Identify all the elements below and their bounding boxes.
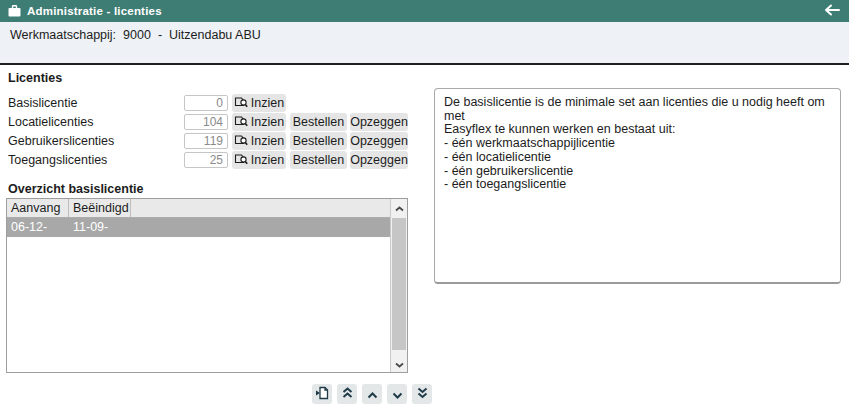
locatielicenties-label: Locatielicenties: [8, 113, 93, 131]
overzicht-section-title: Overzicht basislicentie: [8, 182, 143, 196]
table-row[interactable]: 06-12-2010 11-09-2011: [7, 218, 390, 237]
werkmaatschappij-name: Uitzendabu ABU: [169, 28, 261, 42]
werkmaatschappij-label: Werkmaatschappij:: [10, 28, 116, 42]
info-line: - één gebruikerslicentie: [444, 165, 831, 179]
column-header-aanvang: Aanvang: [7, 199, 69, 217]
basislicentie-label: Basislicentie: [8, 94, 77, 112]
page-title: Administratie - licenties: [27, 5, 162, 17]
goto-record-icon: [315, 386, 329, 403]
cell-beeindigd: 11-09-2011: [69, 218, 131, 237]
briefcase-icon: [8, 5, 21, 17]
basislicentie-table: Aanvang Beëindigd 06-12-2010 11-09-2011: [6, 198, 408, 373]
table-scrollbar[interactable]: [390, 199, 407, 372]
previous-record-button[interactable]: [362, 384, 382, 404]
separator: -: [158, 28, 162, 42]
info-line: De basislicentie is de minimale set aan …: [444, 96, 831, 123]
info-line: Easyflex te kunnen werken en bestaat uit…: [444, 123, 831, 137]
first-record-button[interactable]: [337, 384, 357, 404]
scroll-down-button[interactable]: [391, 355, 407, 372]
toegangslicenties-count-input[interactable]: [184, 152, 228, 168]
basislicentie-info-panel: De basislicentie is de minimale set aan …: [434, 88, 841, 284]
werkmaatschappij-info: Werkmaatschappij: 9000 - Uitzendabu ABU: [10, 28, 261, 42]
licenties-section-title: Licenties: [8, 71, 62, 85]
locatielicenties-opzeggen-button[interactable]: Opzeggen: [350, 113, 408, 131]
context-bar: Werkmaatschappij: 9000 - Uitzendabu ABU: [0, 22, 849, 65]
magnifier-document-icon: [234, 95, 248, 111]
magnifier-document-icon: [234, 133, 248, 149]
license-row-gebruikerslicenties: Gebruikerslicenties Inzien Bestellen Opz…: [0, 132, 420, 150]
locatielicenties-bestellen-button[interactable]: Bestellen: [290, 113, 347, 131]
gebruikerslicenties-opzeggen-button[interactable]: Opzeggen: [350, 132, 408, 150]
werkmaatschappij-number: 9000: [123, 28, 151, 42]
gebruikerslicenties-count-input[interactable]: [184, 133, 228, 149]
chevron-up-icon: [395, 200, 404, 215]
info-line: - één toegangslicentie: [444, 178, 831, 192]
magnifier-document-icon: [234, 114, 248, 130]
inzien-label: Inzien: [251, 115, 284, 129]
inzien-label: Inzien: [251, 134, 284, 148]
toegangslicenties-opzeggen-button[interactable]: Opzeggen: [350, 151, 408, 169]
gebruikerslicenties-bestellen-button[interactable]: Bestellen: [290, 132, 347, 150]
last-record-icon: [417, 387, 428, 402]
record-navigation-bar: [312, 384, 432, 404]
column-header-beeindigd: Beëindigd: [69, 199, 131, 217]
cell-filler: [131, 218, 390, 237]
last-record-button[interactable]: [412, 384, 432, 404]
locatielicenties-inzien-button[interactable]: Inzien: [232, 113, 286, 131]
administratie-licenties-window: Administratie - licenties Werkmaatschapp…: [0, 0, 849, 408]
title-bar: Administratie - licenties: [0, 0, 849, 22]
goto-record-button[interactable]: [312, 384, 332, 404]
magnifier-document-icon: [234, 152, 248, 168]
chevron-down-icon: [395, 356, 404, 371]
license-row-basislicentie: Basislicentie Inzien: [0, 94, 420, 112]
toegangslicenties-label: Toegangslicenties: [8, 151, 107, 169]
column-header-filler: [131, 199, 390, 217]
scroll-up-button[interactable]: [391, 199, 407, 216]
table-content: Aanvang Beëindigd 06-12-2010 11-09-2011: [7, 199, 390, 372]
table-header-row: Aanvang Beëindigd: [7, 199, 390, 218]
info-line: - één werkmaatschappijlicentie: [444, 137, 831, 151]
basislicentie-inzien-button[interactable]: Inzien: [232, 94, 286, 112]
arrow-left-icon: [824, 4, 840, 19]
first-record-icon: [342, 387, 353, 402]
license-row-locatielicenties: Locatielicenties Inzien Bestellen Opzegg…: [0, 113, 420, 131]
inzien-label: Inzien: [251, 153, 284, 167]
scrollbar-thumb[interactable]: [392, 218, 406, 350]
inzien-label: Inzien: [251, 96, 284, 110]
back-button[interactable]: [823, 3, 841, 19]
gebruikerslicenties-inzien-button[interactable]: Inzien: [232, 132, 286, 150]
license-row-toegangslicenties: Toegangslicenties Inzien Bestellen Opzeg…: [0, 151, 420, 169]
next-record-icon: [392, 387, 403, 402]
locatielicenties-count-input[interactable]: [184, 114, 228, 130]
basislicentie-count-input[interactable]: [184, 95, 228, 111]
toegangslicenties-bestellen-button[interactable]: Bestellen: [290, 151, 347, 169]
toegangslicenties-inzien-button[interactable]: Inzien: [232, 151, 286, 169]
info-line: - één locatielicentie: [444, 151, 831, 165]
previous-record-icon: [367, 387, 378, 402]
next-record-button[interactable]: [387, 384, 407, 404]
cell-aanvang: 06-12-2010: [7, 218, 69, 237]
gebruikerslicenties-label: Gebruikerslicenties: [8, 132, 114, 150]
